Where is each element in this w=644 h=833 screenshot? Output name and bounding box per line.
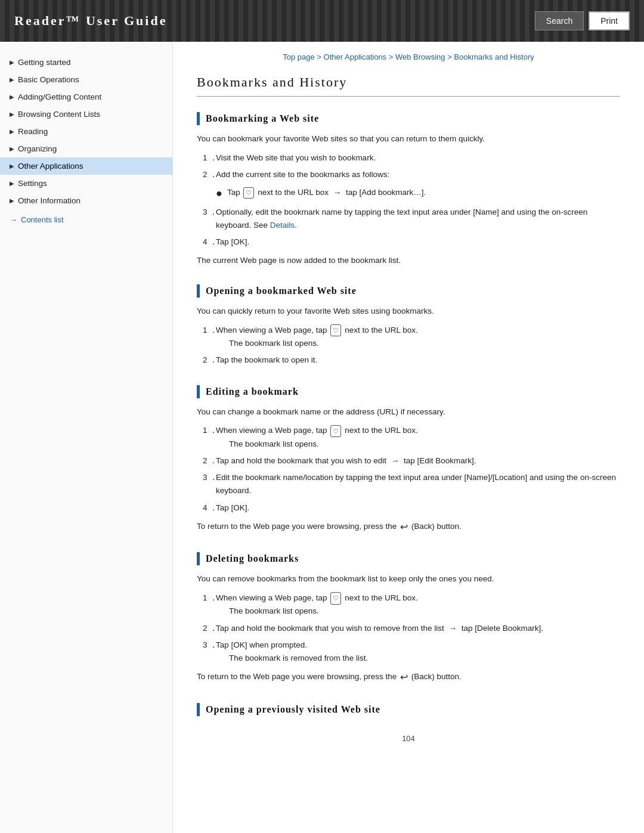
arrow-icon: ▶ [10,111,14,117]
step-num: 4 ． [203,236,218,249]
sidebar-item-organizing[interactable]: ▶ Organizing [0,140,172,157]
step-text: Edit the bookmark name/location by tappi… [216,473,616,495]
sidebar-item-adding-content[interactable]: ▶ Adding/Getting Content [0,88,172,106]
sidebar-item-other-applications[interactable]: ▶ Other Applications [0,157,172,175]
sidebar-item-label: Adding/Getting Content [18,92,101,101]
breadcrumb-current: Bookmarks and History [454,52,534,61]
step-num: 3 ． [203,471,218,484]
step-num: 3 ． [203,206,218,219]
arrow-icon: ▶ [10,59,14,66]
bullet-item: ● Tap ♡ next to the URL box → tap [Add b… [216,186,620,202]
step-item: 2 ． Tap and hold the bookmark that you w… [203,454,620,467]
arrow-right-inline: → [333,186,342,199]
section-heading-text: Opening a previously visited Web site [206,704,380,715]
sidebar-item-label: Getting started [18,58,71,67]
section-heading-deleting: Deleting bookmarks [197,552,620,565]
section-heading-text: Deleting bookmarks [206,553,299,564]
sidebar-item-label: Reading [18,127,48,136]
section-opening-bookmarked: Opening a bookmarked Web site You can qu… [197,284,620,367]
steps-list: 1 ． Visit the Web site that you wish to … [203,151,620,182]
step-text: Tap [OK]. [216,503,249,512]
step-item: 1 ． When viewing a Web page, tap ♡ next … [203,324,620,351]
step-text: Tap and hold the bookmark that you wish … [216,456,476,465]
section-intro: You can change a bookmark name or the ad… [197,405,620,419]
step-num: 3 ． [203,639,218,652]
section-opening-visited: Opening a previously visited Web site [197,703,620,716]
sidebar-item-getting-started[interactable]: ▶ Getting started [0,54,172,71]
step-text: Tap and hold the bookmark that you wish … [216,624,543,633]
contents-list-link[interactable]: → Contents list [0,209,172,230]
step-item: 1 ． When viewing a Web page, tap ♡ next … [203,424,620,451]
step-item: 2 ． Tap the bookmark to open it. [203,354,620,367]
arrow-icon: ▶ [10,180,14,187]
step-text: Optionally, edit the bookmark name by ta… [216,208,587,230]
step-item: 1 ． When viewing a Web page, tap ♡ next … [203,592,620,618]
section-heading-text: Editing a bookmark [206,386,299,397]
step-item: 3 ． Optionally, edit the bookmark name b… [203,206,620,233]
section-bar-icon [197,703,200,716]
indent-text: The bookmark is removed from the list. [216,654,368,662]
header: Reader™ User Guide Search Print [0,0,644,42]
step-text: Visit the Web site that you wish to book… [216,153,376,162]
arrow-right-inline: → [391,454,400,467]
bullet-dot-icon: ● [216,185,222,202]
step-num: 4 ． [203,501,218,515]
section-heading-text: Opening a bookmarked Web site [206,286,357,296]
print-button[interactable]: Print [589,11,630,30]
sidebar-item-label: Settings [18,179,47,188]
section-footer: To return to the Web page you were brows… [197,670,620,685]
arrow-icon: ▶ [10,197,14,204]
main-content: Top page > Other Applications > Web Brow… [173,42,644,833]
breadcrumb-sep1: > [315,52,324,61]
arrow-right-icon: → [10,215,17,224]
layout: ▶ Getting started ▶ Basic Operations ▶ A… [0,42,644,833]
heart-icon: ♡ [330,425,341,437]
indent-text: The bookmark list opens. [216,606,319,615]
section-footer: To return to the Web page you were brows… [197,519,620,535]
breadcrumb-other-apps[interactable]: Other Applications [324,52,387,61]
breadcrumb-sep3: > [445,52,454,61]
breadcrumb-sep2: > [386,52,395,61]
step-num: 1 ． [203,324,218,337]
header-buttons: Search Print [535,11,630,30]
section-heading-opening: Opening a bookmarked Web site [197,284,620,298]
sidebar-item-label: Other Information [18,196,80,205]
page-title: Bookmarks and History [197,75,620,97]
header-title: Reader™ User Guide [14,13,167,29]
arrow-icon: ▶ [10,163,14,169]
step-item: 2 ． Tap and hold the bookmark that you w… [203,622,620,635]
arrow-right-inline: → [448,622,457,635]
step-num: 1 ． [203,151,218,165]
sidebar-item-settings[interactable]: ▶ Settings [0,175,172,192]
sidebar-item-reading[interactable]: ▶ Reading [0,123,172,140]
step-item: 3 ． Tap [OK] when prompted. The bookmark… [203,639,620,665]
step-text: Tap [OK]. [216,237,249,246]
breadcrumb-top-page[interactable]: Top page [283,52,315,61]
bullet-text: Tap ♡ next to the URL box → tap [Add boo… [227,186,426,199]
sidebar-item-browsing-content[interactable]: ▶ Browsing Content Lists [0,106,172,123]
sidebar-item-basic-operations[interactable]: ▶ Basic Operations [0,71,172,88]
sidebar-item-label: Basic Operations [18,75,79,84]
arrow-icon: ▶ [10,128,14,135]
step-num: 1 ． [203,592,218,605]
heart-icon: ♡ [330,592,341,604]
page-number: 104 [197,734,620,743]
step-item: 3 ． Edit the bookmark name/location by t… [203,471,620,498]
steps-list: 1 ． When viewing a Web page, tap ♡ next … [203,324,620,367]
breadcrumb-web-browsing[interactable]: Web Browsing [395,52,445,61]
details-link[interactable]: Details [270,221,295,230]
step-num: 2 ． [203,168,218,181]
section-intro: You can bookmark your favorite Web sites… [197,132,620,145]
steps-list-2: 3 ． Optionally, edit the bookmark name b… [203,206,620,249]
section-intro: You can quickly return to your favorite … [197,305,620,318]
section-heading-text: Bookmarking a Web site [206,113,319,124]
sidebar: ▶ Getting started ▶ Basic Operations ▶ A… [0,42,173,833]
step-num: 1 ． [203,424,218,437]
step-num: 2 ． [203,354,218,367]
search-button[interactable]: Search [535,11,584,30]
sidebar-item-other-information[interactable]: ▶ Other Information [0,192,172,209]
section-deleting: Deleting bookmarks You can remove bookma… [197,552,620,685]
step-item: 4 ． Tap [OK]. [203,501,620,515]
contents-link-label: Contents list [21,215,64,224]
section-footer: The current Web page is now added to the… [197,254,620,267]
